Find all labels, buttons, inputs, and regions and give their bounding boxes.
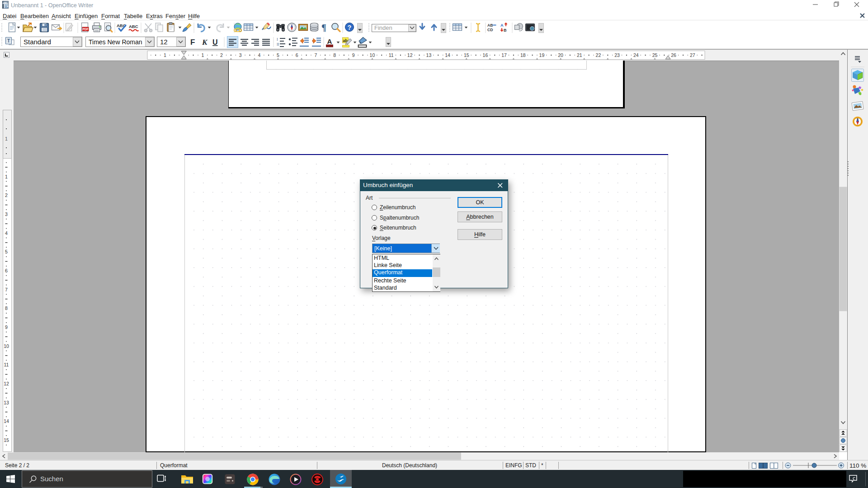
svg-text:23: 23 (614, 52, 620, 58)
svg-text:14: 14 (445, 52, 450, 58)
svg-text:CD: CD (487, 28, 493, 32)
svg-text:6: 6 (296, 52, 298, 58)
svg-text:F: F (190, 38, 195, 47)
svg-text:15: 15 (464, 52, 469, 58)
svg-text:8: 8 (5, 305, 8, 311)
svg-text:6: 6 (5, 268, 8, 273)
svg-text:13: 13 (4, 400, 9, 405)
svg-text:3: 3 (239, 52, 242, 58)
svg-text:20: 20 (558, 52, 563, 58)
svg-text:18: 18 (520, 52, 526, 58)
svg-text:3: 3 (5, 211, 8, 217)
svg-text:T: T (7, 38, 10, 43)
svg-text:¶: ¶ (321, 23, 326, 33)
svg-text:1: 1 (5, 136, 8, 141)
svg-text:1: 1 (201, 52, 204, 58)
svg-text:II: II (277, 42, 279, 47)
svg-text:12: 12 (160, 38, 168, 46)
svg-text:ABC: ABC (129, 24, 138, 29)
svg-text:Times New Roman: Times New Roman (89, 38, 142, 46)
svg-text:1: 1 (5, 174, 8, 179)
svg-text:Finden: Finden (374, 24, 392, 31)
svg-text:B: B (504, 28, 507, 33)
svg-text:4: 4 (5, 230, 8, 236)
svg-text:11: 11 (4, 362, 9, 367)
svg-text:AB: AB (487, 23, 493, 28)
svg-text:25: 25 (652, 52, 658, 58)
svg-text:10: 10 (370, 52, 375, 58)
svg-text:N: N (857, 117, 859, 120)
svg-text:19: 19 (539, 52, 545, 58)
svg-text:16: 16 (483, 52, 488, 58)
svg-text:21: 21 (577, 52, 582, 58)
svg-text:7: 7 (314, 52, 317, 58)
svg-text:A: A (500, 23, 504, 28)
svg-text:5: 5 (277, 52, 279, 58)
svg-text:26: 26 (671, 52, 676, 58)
svg-text:?: ? (348, 24, 352, 31)
svg-text:2: 2 (5, 192, 8, 198)
svg-text:13: 13 (426, 52, 432, 58)
svg-text:11: 11 (389, 52, 394, 58)
svg-text:24: 24 (633, 52, 639, 58)
svg-text:Standard: Standard (24, 38, 51, 46)
svg-text:10: 10 (4, 343, 9, 349)
svg-text:I: I (277, 38, 278, 42)
svg-text:5: 5 (5, 249, 8, 254)
svg-text:27: 27 (690, 52, 695, 58)
svg-text:15: 15 (4, 437, 9, 443)
svg-text:12: 12 (407, 52, 413, 58)
svg-text:A: A (327, 38, 332, 45)
svg-text:12: 12 (4, 381, 9, 386)
svg-text:14: 14 (4, 418, 9, 424)
svg-text:22: 22 (596, 52, 601, 58)
svg-text:9: 9 (5, 324, 8, 330)
svg-text:U: U (212, 38, 218, 46)
svg-text:7: 7 (5, 287, 8, 292)
svg-text:2: 2 (220, 52, 223, 58)
svg-text:K: K (202, 38, 208, 47)
svg-text:17: 17 (501, 52, 507, 58)
svg-text:4: 4 (258, 52, 260, 58)
svg-text:1: 1 (164, 52, 166, 58)
svg-text:PDF: PDF (83, 28, 89, 31)
svg-text:9: 9 (352, 52, 355, 58)
svg-text:8: 8 (333, 52, 336, 58)
